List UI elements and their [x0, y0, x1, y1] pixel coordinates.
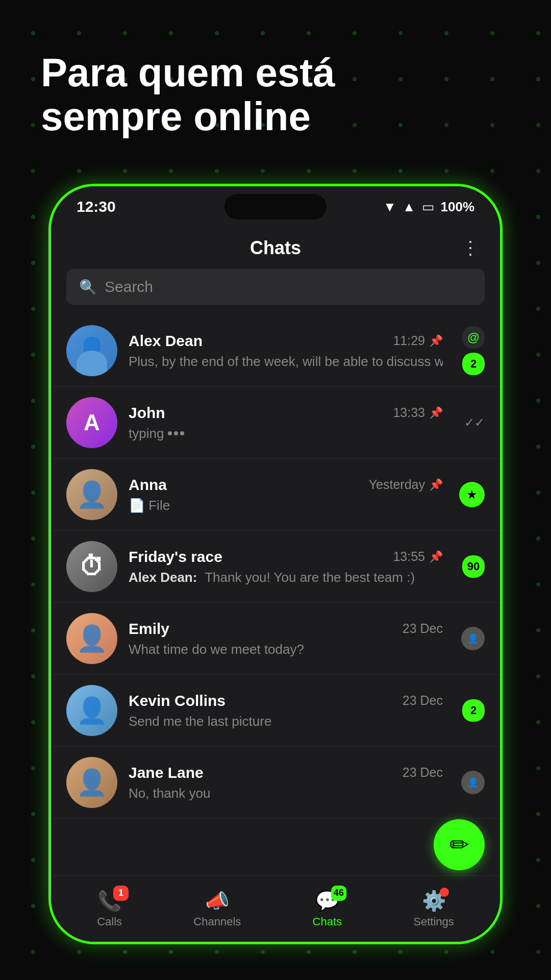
calls-badge: 1: [113, 886, 129, 901]
sender-name: Alex Dean:: [129, 570, 197, 585]
avatar: A: [66, 397, 117, 448]
list-item[interactable]: 👤 Emily 23 Dec What time do we meet toda…: [51, 603, 500, 675]
list-item[interactable]: A John 13:33 📌 typing: [51, 387, 500, 459]
typing-indicator: [168, 431, 184, 435]
chat-content: Friday's race 13:55 📌 Alex Dean: Thank y…: [129, 548, 443, 585]
channels-label: Channels: [193, 915, 241, 928]
chat-content: Jane Lane 23 Dec No, thank you: [129, 764, 443, 801]
chat-badges: 👤: [454, 627, 485, 650]
chat-time: Yesterday 📌: [369, 477, 443, 492]
search-icon: 🔍: [79, 279, 97, 296]
nav-item-chats[interactable]: 💬 46 Chats: [313, 890, 342, 928]
chat-top: Anna Yesterday 📌: [129, 476, 443, 494]
chat-time: 23 Dec: [403, 765, 443, 780]
menu-button[interactable]: ⋮: [461, 237, 480, 259]
channels-icon: 📣: [205, 890, 229, 912]
status-bar: 12:30 ▼ ▲ ▭ 100%: [51, 186, 500, 227]
chat-preview: Send me the last picture: [129, 714, 443, 729]
list-item[interactable]: 👤 Anna Yesterday 📌 📄 File ★: [51, 459, 500, 531]
nav-item-calls[interactable]: 📞 1 Calls: [97, 890, 122, 928]
nav-item-channels[interactable]: 📣 Channels: [193, 890, 241, 928]
status-icons: ▼ ▲ ▭ 100%: [383, 199, 474, 215]
pin-icon: 📌: [429, 478, 443, 492]
calls-icon: 📞 1: [97, 890, 121, 912]
avatar-letter: A: [84, 410, 100, 435]
read-receipt-icon: ✓✓: [464, 415, 485, 430]
compose-fab-button[interactable]: ✏: [434, 819, 485, 870]
battery-text: 100%: [441, 199, 475, 215]
chat-preview: typing: [129, 426, 443, 442]
chat-preview: 📄 File: [129, 498, 443, 513]
pin-icon: 📌: [429, 334, 443, 348]
chat-name: Alex Dean: [129, 332, 203, 350]
chats-badge: 46: [331, 886, 346, 901]
page-title: Chats: [250, 237, 301, 259]
settings-label: Settings: [413, 915, 454, 928]
chat-top: Kevin Collins 23 Dec: [129, 692, 443, 709]
pin-icon: 📌: [429, 406, 443, 420]
nav-item-settings[interactable]: ⚙️ Settings: [413, 890, 454, 928]
headline: Para quem está sempre online: [41, 51, 398, 139]
chat-time: 13:33 📌: [393, 405, 443, 420]
chats-label: Chats: [313, 915, 342, 928]
chat-badges: @ 2: [454, 326, 485, 375]
notch: [224, 194, 327, 219]
chat-time: 23 Dec: [403, 693, 443, 708]
chat-name: Anna: [129, 476, 167, 494]
unread-count-badge: 2: [462, 353, 485, 375]
avatar: 👤: [66, 685, 117, 736]
avatar: 👤: [66, 325, 117, 376]
sender-avatar: 👤: [461, 627, 485, 650]
battery-icon: ▭: [422, 199, 435, 215]
search-bar[interactable]: 🔍 Search: [66, 269, 485, 305]
chat-name: Friday's race: [129, 548, 222, 566]
avatar: 👤: [66, 469, 117, 520]
unread-count-badge: 2: [462, 699, 485, 722]
chat-list: 👤 Alex Dean 11:29 📌 Plus, by the end of …: [51, 315, 500, 875]
calls-label: Calls: [97, 915, 122, 928]
chat-preview: Plus, by the end of the week, will be ab…: [129, 354, 443, 370]
status-time: 12:30: [77, 198, 116, 215]
bottom-navigation: 📞 1 Calls 📣 Channels 💬 46 Chats ⚙️: [51, 875, 500, 942]
app-screen: Chats ⋮ 🔍 Search 👤 Alex Dean 11:29: [51, 227, 500, 942]
settings-dot-badge: [440, 888, 449, 897]
chat-top: John 13:33 📌: [129, 404, 443, 422]
sender-avatar: 👤: [461, 771, 485, 794]
search-input[interactable]: Search: [105, 278, 153, 296]
mention-badge: @: [462, 326, 485, 349]
avatar: 👤: [66, 757, 117, 808]
signal-icon: ▲: [403, 199, 416, 215]
chat-badges: 👤: [454, 771, 485, 794]
list-item[interactable]: 👤 Kevin Collins 23 Dec Send me the last …: [51, 675, 500, 747]
chat-name: Jane Lane: [129, 764, 204, 781]
wifi-icon: ▼: [383, 199, 396, 215]
chat-badges: ★: [454, 482, 485, 507]
edit-icon: ✏: [449, 831, 469, 859]
chats-icon: 💬 46: [315, 890, 339, 912]
phone-frame: 12:30 ▼ ▲ ▭ 100% Chats ⋮ 🔍 Search 👤: [48, 184, 503, 944]
chat-time: 23 Dec: [403, 621, 443, 636]
chat-top: Alex Dean 11:29 📌: [129, 332, 443, 350]
chat-top: Emily 23 Dec: [129, 620, 443, 638]
chat-top: Jane Lane 23 Dec: [129, 764, 443, 781]
chat-preview: Alex Dean: Thank you! You are the best t…: [129, 570, 443, 585]
chat-name: Kevin Collins: [129, 692, 226, 709]
chat-preview: No, thank you: [129, 786, 443, 801]
chat-content: Alex Dean 11:29 📌 Plus, by the end of th…: [129, 332, 443, 370]
chat-time: 13:55 📌: [393, 549, 443, 564]
star-badge: ★: [459, 482, 485, 507]
list-item[interactable]: 👤 Jane Lane 23 Dec No, thank you 👤: [51, 747, 500, 819]
settings-icon: ⚙️: [422, 890, 446, 912]
chat-content: Emily 23 Dec What time do we meet today?: [129, 620, 443, 657]
chat-badges: 90: [454, 555, 485, 578]
app-header: Chats ⋮: [51, 227, 500, 269]
chat-name: Emily: [129, 620, 169, 638]
list-item[interactable]: ⏱ Friday's race 13:55 📌 Alex Dean: Thank…: [51, 531, 500, 603]
list-item[interactable]: 👤 Alex Dean 11:29 📌 Plus, by the end of …: [51, 315, 500, 387]
avatar: 👤: [66, 613, 117, 664]
pin-icon: 📌: [429, 550, 443, 564]
chat-name: John: [129, 404, 165, 422]
chat-badges: ✓✓: [454, 415, 485, 430]
chat-content: Kevin Collins 23 Dec Send me the last pi…: [129, 692, 443, 729]
chat-preview: What time do we meet today?: [129, 642, 443, 657]
